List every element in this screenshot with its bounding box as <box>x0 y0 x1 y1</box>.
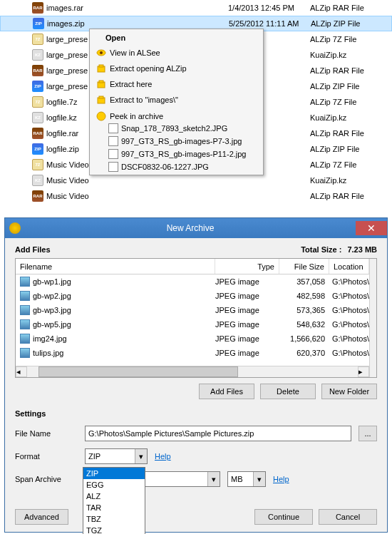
format-option[interactable]: ZIP <box>83 468 145 479</box>
peek-item[interactable]: 997_GT3_RS_gb-images-P7-3.jpg <box>105 135 262 148</box>
table-row[interactable]: img24.jpg JPEG image 1,566,620 G:\Photos… <box>16 332 369 346</box>
svg-rect-3 <box>99 65 103 67</box>
file-icon <box>108 123 118 133</box>
cancel-button[interactable]: Cancel <box>319 509 377 525</box>
row-filename: gb-wp5.jpg <box>33 320 71 329</box>
file-row[interactable]: RAR Music Video ALZip RAR File <box>0 188 392 204</box>
jpeg-file-icon <box>20 277 30 287</box>
scroll-left-icon[interactable]: ◂ <box>16 366 27 377</box>
scroll-right-icon[interactable]: ▸ <box>358 366 369 377</box>
row-size: 1,566,620 <box>279 334 329 343</box>
box-icon <box>96 78 107 90</box>
table-row[interactable]: gb-wp3.jpg JPEG image 573,365 G:\Photos\ <box>16 303 369 317</box>
peek-filename: 997_GT3_RS_gb-images-P7-3.jpg <box>121 137 242 145</box>
table-row[interactable]: gb-wp2.jpg JPEG image 482,598 G:\Photos\ <box>16 289 369 303</box>
col-filename[interactable]: Filename <box>16 259 215 274</box>
format-option[interactable]: EGG <box>83 479 145 491</box>
context-menu: Open View in ALSeeExtract opening ALZipE… <box>89 29 264 175</box>
table-row[interactable]: gb-wp5.jpg JPEG image 548,632 G:\Photos\ <box>16 317 369 332</box>
context-menu-item[interactable]: Extract to "images\" <box>91 92 262 108</box>
svg-rect-5 <box>99 81 103 83</box>
vertical-scrollbar[interactable] <box>369 259 376 377</box>
zip-file-icon: ZIP <box>32 143 43 155</box>
new-folder-button[interactable]: New Folder <box>321 384 377 399</box>
advanced-button[interactable]: Advanced <box>15 509 68 525</box>
span-help-link[interactable]: Help <box>273 475 289 483</box>
grid-header[interactable]: Filename Type File Size Location <box>16 259 369 274</box>
file-type: ALZip RAR File <box>310 129 392 138</box>
zip-file-icon: ZIP <box>33 18 44 29</box>
peek-filename: Snap_178_7893_sketch2.JPG <box>121 124 227 133</box>
jpeg-file-icon <box>20 334 30 344</box>
format-option[interactable]: TBZ <box>83 513 145 525</box>
browse-button[interactable]: ... <box>359 426 377 441</box>
context-menu-item[interactable]: View in ALSee <box>91 45 262 61</box>
table-row[interactable]: gb-wp1.jpg JPEG image 357,058 G:\Photos\ <box>16 274 369 289</box>
rar-file-icon: RAR <box>32 65 43 76</box>
row-location: G:\Photos\ <box>329 320 369 329</box>
file-row[interactable]: RAR images.rar 1/4/2013 12:45 PM ALZip R… <box>0 0 392 16</box>
row-size: 573,365 <box>279 306 329 314</box>
titlebar[interactable]: New Archive ✕ <box>5 218 387 238</box>
table-row[interactable]: tulips.jpg JPEG image 620,370 G:\Photos\ <box>16 346 369 360</box>
settings-heading: Settings <box>5 405 387 422</box>
row-type: JPEG image <box>215 306 279 314</box>
row-location: G:\Photos\ <box>329 292 369 300</box>
peek-item[interactable]: DSCF0832-06-1227.JPG <box>105 160 262 173</box>
menu-item-label: Extract to "images\" <box>110 96 178 104</box>
box-icon <box>96 63 107 74</box>
format-option[interactable]: ALZ <box>83 491 145 502</box>
svg-rect-7 <box>99 96 103 98</box>
scroll-thumb[interactable] <box>38 366 238 377</box>
kz-file-icon: KZ <box>32 112 43 123</box>
col-filesize[interactable]: File Size <box>279 259 329 274</box>
menu-item-label: Extract here <box>110 80 152 88</box>
row-location: G:\Photos\ <box>329 349 369 357</box>
peek-item[interactable]: 997_GT3_RS_gb-images-P11-2.jpg <box>105 148 262 160</box>
file-icon <box>108 136 118 146</box>
zip-file-icon: ZIP <box>32 81 43 92</box>
format-label: Format <box>15 452 78 461</box>
row-type: JPEG image <box>215 349 279 357</box>
format-help-link[interactable]: Help <box>155 452 171 461</box>
7z-file-icon: 7Z <box>32 34 43 45</box>
context-menu-title: Open <box>91 31 262 45</box>
peek-item[interactable]: Snap_178_7893_sketch2.JPG <box>105 122 262 135</box>
row-filename: img24.jpg <box>33 334 67 343</box>
chevron-down-icon: ▾ <box>253 472 265 486</box>
continue-button[interactable]: Continue <box>254 509 313 525</box>
peek-filename: DSCF0832-06-1227.JPG <box>121 163 209 171</box>
row-size: 548,632 <box>279 320 329 329</box>
file-date: 5/25/2012 11:11 AM <box>229 19 311 28</box>
horizontal-scrollbar[interactable]: ◂ ▸ <box>16 366 369 377</box>
span-unit-select[interactable]: MB ▾ <box>227 471 266 487</box>
format-option[interactable]: TGZ <box>83 525 145 534</box>
menu-item-label: View in ALSee <box>110 48 160 57</box>
file-icon <box>108 149 118 159</box>
add-files-button[interactable]: Add Files <box>199 384 254 399</box>
format-select[interactable]: ZIP ▾ <box>85 448 148 464</box>
menu-item-label: Extract opening ALZip <box>110 64 187 73</box>
col-location[interactable]: Location <box>329 259 369 274</box>
jpeg-file-icon <box>20 319 30 329</box>
col-type[interactable]: Type <box>215 259 279 274</box>
filename-input[interactable] <box>85 426 351 441</box>
file-type: ALZip 7Z File <box>310 35 392 43</box>
row-type: JPEG image <box>215 334 279 343</box>
close-button[interactable]: ✕ <box>356 221 387 235</box>
file-type: ALZip RAR File <box>310 4 392 12</box>
row-size: 482,598 <box>279 292 329 300</box>
delete-button[interactable]: Delete <box>260 384 316 399</box>
file-type: ALZip 7Z File <box>310 160 392 169</box>
filename-label: File Name <box>15 429 78 438</box>
format-option[interactable]: TAR <box>83 502 145 513</box>
context-menu-item[interactable]: Extract here <box>91 76 262 92</box>
context-menu-item[interactable]: Extract opening ALZip <box>91 61 262 76</box>
format-dropdown-list: ZIPEGGALZTARTBZTGZLZH <box>83 467 145 534</box>
row-size: 357,058 <box>279 277 329 286</box>
svg-point-8 <box>97 112 105 120</box>
file-grid: Filename Type File Size Location gb-wp1.… <box>15 258 377 378</box>
file-type: ALZip ZIP File <box>310 82 392 91</box>
rar-file-icon: RAR <box>32 2 43 14</box>
add-files-heading: Add Files <box>15 245 301 254</box>
